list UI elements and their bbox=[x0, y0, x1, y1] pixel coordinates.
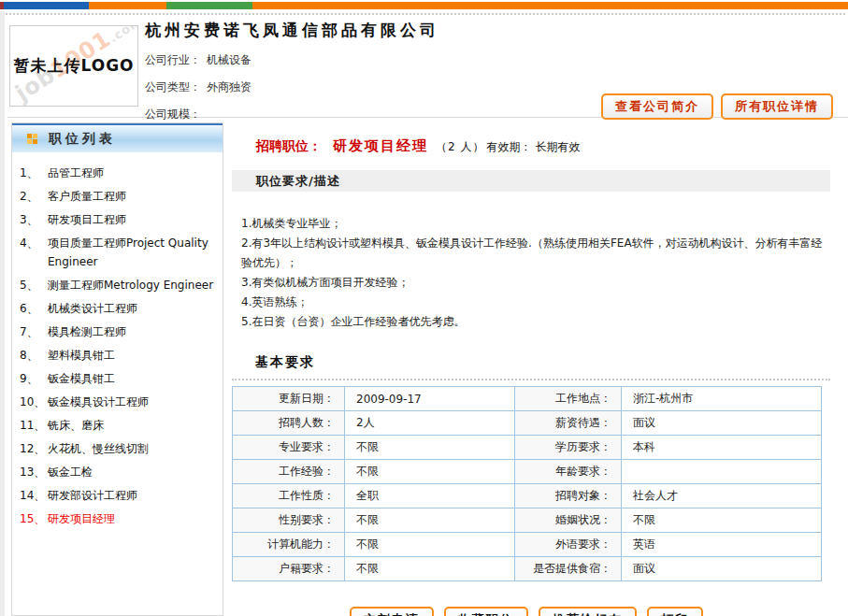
company-type-value: 外商独资 bbox=[207, 80, 252, 93]
headcount-value: 2人 bbox=[345, 411, 515, 436]
work-experience-label: 工作经验： bbox=[233, 460, 345, 484]
sidebar-item-8[interactable]: 8、塑料模具钳工 bbox=[20, 346, 217, 365]
recruit-position-label: 招聘职位： bbox=[256, 138, 322, 153]
item-label: 测量工程师Metrology Engineer bbox=[48, 276, 217, 294]
major-requirement-label: 专业要求： bbox=[233, 436, 345, 460]
sidebar-item-15-current[interactable]: 15、研发项目经理 bbox=[20, 509, 217, 528]
work-location-value: 浙江-杭州市 bbox=[622, 387, 822, 411]
sidebar-item-4[interactable]: 4、项目质量工程师Project Quality Engineer bbox=[20, 234, 217, 271]
gender-requirement-label: 性别要求： bbox=[233, 509, 345, 533]
age-requirement-value bbox=[622, 460, 822, 484]
basic-requirements-table: 更新日期： 2009-09-17 工作地点： 浙江-杭州市 招聘人数： 2人 薪… bbox=[232, 386, 822, 581]
table-row: 户籍要求： 不限 是否提供食宿： 面议 bbox=[233, 557, 822, 581]
logo-placeholder-text: 暂未上传LOGO bbox=[10, 26, 137, 106]
save-position-button[interactable]: 收藏职位 bbox=[444, 607, 528, 616]
all-positions-button[interactable]: 所有职位详情 bbox=[721, 93, 833, 120]
item-label: 机械类设计工程师 bbox=[48, 299, 217, 318]
sidebar-list: 1、品管工程师 2、客户质量工程师 3、研发项目工程师 4、项目质量工程师Pro… bbox=[12, 152, 223, 528]
company-logo-placeholder: job1001.com 暂未上传LOGO bbox=[9, 25, 138, 107]
recommend-to-friend-button[interactable]: 推荐给好友 bbox=[539, 607, 637, 616]
header-buttons: 查看公司简介 所有职位详情 bbox=[601, 93, 833, 120]
item-number: 10、 bbox=[20, 393, 48, 411]
description-line-3: 3.有类似机械方面项目开发经验； bbox=[241, 273, 830, 293]
item-number: 12、 bbox=[20, 439, 48, 458]
item-label: 研发项目工程师 bbox=[48, 210, 217, 229]
item-number: 2、 bbox=[20, 187, 48, 206]
item-number: 1、 bbox=[20, 164, 48, 182]
job-nature-label: 工作性质： bbox=[233, 484, 345, 509]
item-number: 11、 bbox=[20, 416, 48, 435]
position-name: 研发项目经理 bbox=[333, 137, 428, 154]
sidebar-item-13[interactable]: 13、钣金工检 bbox=[20, 463, 217, 481]
marital-status-value: 不限 bbox=[622, 509, 822, 533]
view-company-profile-button[interactable]: 查看公司简介 bbox=[601, 93, 713, 120]
sidebar-item-11[interactable]: 11、铣床、磨床 bbox=[20, 416, 217, 435]
job-requirements-section-title: 职位要求/描述 bbox=[232, 170, 830, 192]
company-industry-field: 公司行业：机械设备 bbox=[145, 52, 439, 68]
validity-value: 长期有效 bbox=[535, 140, 580, 153]
sidebar-item-14[interactable]: 14、研发部设计工程师 bbox=[20, 486, 217, 505]
topbar-segment-orange-long bbox=[252, 2, 848, 9]
company-header: job1001.com 暂未上传LOGO 杭州安费诺飞凤通信部品有限公司 公司行… bbox=[0, 15, 848, 117]
table-row: 性别要求： 不限 婚姻状况： 不限 bbox=[233, 509, 822, 533]
item-label: 塑料模具钳工 bbox=[48, 346, 217, 365]
sidebar-item-12[interactable]: 12、火花机、慢丝线切割 bbox=[20, 439, 217, 458]
sidebar-item-3[interactable]: 3、研发项目工程师 bbox=[20, 210, 217, 229]
table-row: 计算机能力： 不限 外语要求： 英语 bbox=[233, 533, 822, 557]
description-line-4: 4.英语熟练； bbox=[241, 293, 830, 312]
computer-skill-value: 不限 bbox=[345, 533, 515, 557]
item-label: 研发部设计工程师 bbox=[48, 486, 217, 505]
item-number: 3、 bbox=[20, 210, 48, 229]
grid-squares-icon bbox=[27, 134, 37, 144]
table-row: 工作经验： 不限 年龄要求： bbox=[233, 460, 822, 484]
education-label: 学历要求： bbox=[515, 436, 622, 460]
body: 职位列表 1、品管工程师 2、客户质量工程师 3、研发项目工程师 4、项目质量工… bbox=[0, 118, 848, 616]
item-label: 铣床、磨床 bbox=[48, 416, 217, 435]
item-label: 火花机、慢丝线切割 bbox=[48, 439, 217, 458]
sidebar-item-10[interactable]: 10、钣金模具设计工程师 bbox=[20, 393, 217, 411]
print-button[interactable]: 打印 bbox=[647, 607, 703, 616]
job-description: 1.机械类专业毕业； 2.有3年以上结构设计或塑料模具、钣金模具设计工作经验.（… bbox=[232, 192, 830, 332]
sidebar-item-6[interactable]: 6、机械类设计工程师 bbox=[20, 299, 217, 318]
item-number: 5、 bbox=[20, 276, 48, 294]
salary-label: 薪资待遇： bbox=[515, 411, 622, 436]
table-row: 工作性质： 全职 招聘对象： 社会人才 bbox=[233, 484, 822, 509]
sidebar-item-1[interactable]: 1、品管工程师 bbox=[20, 164, 217, 182]
sidebar-item-9[interactable]: 9、钣金模具钳工 bbox=[20, 369, 217, 388]
item-number: 4、 bbox=[20, 234, 48, 271]
topbar-segment-green bbox=[166, 2, 252, 9]
item-number: 9、 bbox=[20, 369, 48, 388]
recruit-target-value: 社会人才 bbox=[622, 484, 822, 509]
item-label: 客户质量工程师 bbox=[48, 187, 217, 206]
company-size-field: 公司规模： bbox=[145, 107, 439, 122]
company-industry-value: 机械设备 bbox=[207, 53, 252, 66]
item-number: 8、 bbox=[20, 346, 48, 365]
room-board-value: 面议 bbox=[622, 557, 822, 581]
sidebar-item-5[interactable]: 5、测量工程师Metrology Engineer bbox=[20, 276, 217, 294]
table-row: 专业要求： 不限 学历要求： 本科 bbox=[233, 436, 822, 460]
validity-label: 有效期： bbox=[486, 140, 531, 153]
basic-requirements-title: 基本要求 bbox=[232, 354, 830, 380]
sidebar-title: 职位列表 bbox=[49, 131, 116, 148]
item-number: 13、 bbox=[20, 463, 48, 481]
description-line-5: 5.在日资（台资）企业工作经验者优先考虑。 bbox=[241, 312, 830, 332]
table-row: 更新日期： 2009-09-17 工作地点： 浙江-杭州市 bbox=[233, 387, 822, 411]
company-info: 杭州安费诺飞凤通信部品有限公司 公司行业：机械设备 公司类型：外商独资 公司规模… bbox=[145, 20, 439, 122]
apply-now-button[interactable]: 立刻申请 bbox=[350, 607, 434, 616]
position-list-sidebar: 职位列表 1、品管工程师 2、客户质量工程师 3、研发项目工程师 4、项目质量工… bbox=[11, 122, 223, 616]
gender-requirement-value: 不限 bbox=[345, 509, 515, 533]
age-requirement-label: 年龄要求： bbox=[515, 460, 622, 484]
work-location-label: 工作地点： bbox=[515, 387, 622, 411]
major-requirement-value: 不限 bbox=[345, 436, 515, 460]
job-nature-value: 全职 bbox=[345, 484, 515, 509]
item-number: 15、 bbox=[20, 509, 48, 528]
item-number: 14、 bbox=[20, 486, 48, 505]
action-buttons-row: 立刻申请 收藏职位 推荐给好友 打印 bbox=[232, 607, 821, 616]
sidebar-item-7[interactable]: 7、模具检测工程师 bbox=[20, 322, 217, 341]
job-title-row: 招聘职位：研发项目经理（2 人）有效期：长期有效 bbox=[232, 137, 830, 155]
item-label: 研发项目经理 bbox=[48, 509, 217, 528]
item-label: 钣金模具设计工程师 bbox=[48, 393, 217, 411]
item-label: 项目质量工程师Project Quality Engineer bbox=[48, 234, 217, 271]
sidebar-item-2[interactable]: 2、客户质量工程师 bbox=[20, 187, 217, 206]
description-line-2: 2.有3年以上结构设计或塑料模具、钣金模具设计工作经验.（熟练使用相关FEA软件… bbox=[241, 234, 830, 273]
